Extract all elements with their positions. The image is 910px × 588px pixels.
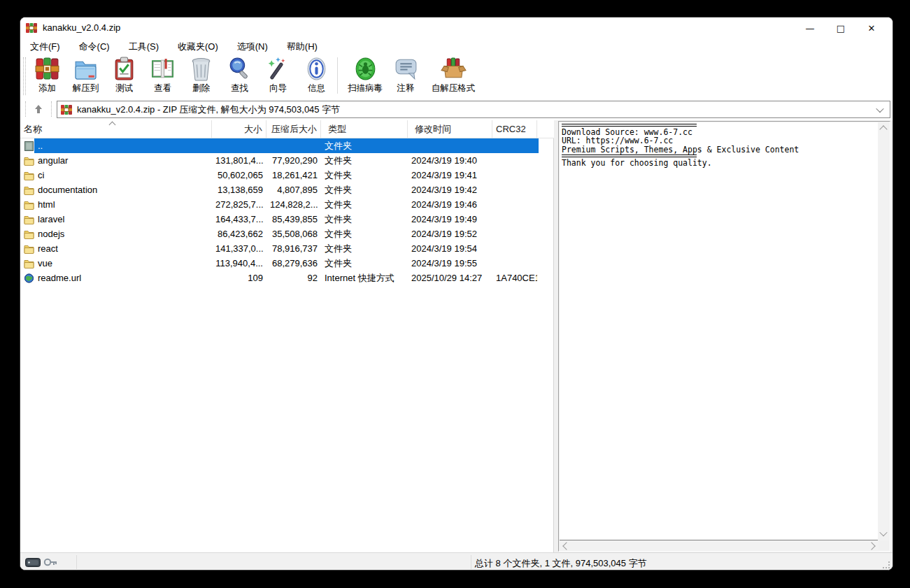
file-type-cell: 文件夹 <box>321 243 408 255</box>
info-button[interactable]: 信息 <box>297 55 336 96</box>
status-separator-left <box>76 555 77 569</box>
file-row[interactable]: react141,337,0...78,916,737文件夹2024/3/19 … <box>20 241 554 256</box>
folder-icon <box>24 244 34 254</box>
comment-vertical-scrollbar[interactable] <box>878 122 889 540</box>
folder-icon <box>24 229 34 239</box>
add-button[interactable]: 添加 <box>28 55 66 96</box>
menu-file[interactable]: 文件(F) <box>23 38 67 55</box>
menu-favorites[interactable]: 收藏夹(O) <box>171 38 225 55</box>
scan-virus-icon <box>353 56 378 82</box>
file-name-cell: .. <box>20 141 212 151</box>
scan-virus-button-label: 扫描病毒 <box>348 83 383 94</box>
menu-options[interactable]: 选项(N) <box>230 38 275 55</box>
key-icon[interactable] <box>43 557 57 567</box>
file-type-cell: 文件夹 <box>321 184 408 196</box>
file-name-cell: html <box>20 199 212 210</box>
file-row[interactable]: html272,825,7...124,828,2...文件夹2024/3/19… <box>20 197 554 212</box>
folder-icon <box>24 200 34 210</box>
maximize-button[interactable]: □ <box>825 17 856 38</box>
combobox-dropdown-icon[interactable] <box>876 105 883 113</box>
file-row[interactable]: angular131,801,4...77,920,290文件夹2024/3/1… <box>20 153 554 168</box>
sfx-button[interactable]: 自解压格式 <box>423 55 483 96</box>
column-header-packed[interactable]: 压缩后大小 <box>266 120 321 138</box>
file-list-header: 名称 大小 压缩后大小 类型 修改时间 CRC32 <box>20 120 554 138</box>
address-grip[interactable] <box>25 101 27 117</box>
status-bar: 总计 8 个文件夹, 1 文件, 974,503,045 字节 <box>20 552 893 571</box>
window-title: kanakku_v2.0.4.zip <box>43 22 120 33</box>
file-type-cell: 文件夹 <box>321 257 408 270</box>
file-name: react <box>38 243 58 254</box>
file-name-cell: nodejs <box>20 229 212 239</box>
winrar-window: kanakku_v2.0.4.zip — □ ✕ 文件(F) 命令(C) 工具(… <box>20 17 893 571</box>
delete-button[interactable]: 删除 <box>182 55 220 96</box>
file-name-cell: readme.url <box>20 273 212 283</box>
file-row[interactable]: documentation13,138,6594,807,895文件夹2024/… <box>20 182 554 197</box>
test-button[interactable]: 测试 <box>105 55 143 96</box>
view-button-label: 查看 <box>154 83 171 94</box>
column-header-crc32[interactable]: CRC32 <box>492 120 537 138</box>
file-modified-cell: 2024/3/19 19:52 <box>408 229 492 239</box>
scroll-down-icon[interactable] <box>879 529 887 536</box>
file-name-cell: react <box>20 243 212 254</box>
file-row[interactable]: readme.url10992Internet 快捷方式2025/10/29 1… <box>20 271 554 285</box>
title-bar[interactable]: kanakku_v2.0.4.zip — □ ✕ <box>20 17 893 38</box>
file-modified-cell: 2024/3/19 19:40 <box>408 155 492 166</box>
file-type-cell: 文件夹 <box>321 213 408 226</box>
column-header-size[interactable]: 大小 <box>212 120 266 138</box>
file-row[interactable]: nodejs86,423,66235,508,068文件夹2024/3/19 1… <box>20 227 554 241</box>
parent-folder-icon <box>24 141 34 151</box>
scroll-right-icon[interactable] <box>867 542 875 550</box>
address-grip-2[interactable] <box>51 101 53 117</box>
drive-icon[interactable] <box>25 558 41 567</box>
up-level-button[interactable] <box>30 101 47 117</box>
scroll-left-icon[interactable] <box>562 542 570 550</box>
file-packed-cell: 92 <box>266 273 321 283</box>
winrar-app-icon <box>26 22 37 34</box>
column-header-type[interactable]: 类型 <box>321 120 408 138</box>
scan-virus-button[interactable]: 扫描病毒 <box>342 55 388 96</box>
comment-horizontal-scrollbar[interactable] <box>560 540 879 550</box>
resize-grip[interactable] <box>883 561 890 568</box>
comment-panel[interactable]: Download Source: www.6-7.ccURL: https://… <box>558 121 890 552</box>
close-button[interactable]: ✕ <box>856 17 887 38</box>
content-area: 名称 大小 压缩后大小 类型 修改时间 CRC32 ..文件夹angular13… <box>20 120 893 552</box>
minimize-button[interactable]: — <box>795 17 825 38</box>
url-file-icon <box>24 273 34 283</box>
file-type-cell: Internet 快捷方式 <box>321 272 408 285</box>
toolbar-grip[interactable] <box>23 57 26 95</box>
wizard-button[interactable]: 向导 <box>259 55 297 96</box>
comment-button[interactable]: 注释 <box>388 55 423 96</box>
comment-rule <box>562 124 697 127</box>
file-row[interactable]: vue113,940,4...68,279,636文件夹2024/3/19 19… <box>20 256 554 271</box>
file-modified-cell: 2024/3/19 19:55 <box>408 258 492 268</box>
column-header-modified[interactable]: 修改时间 <box>408 120 492 138</box>
file-name-cell: laravel <box>20 214 212 224</box>
extract-to-button[interactable]: 解压到 <box>66 55 105 96</box>
file-packed-cell: 68,279,636 <box>266 258 321 268</box>
minimize-icon: — <box>806 23 815 34</box>
file-name: ci <box>38 170 44 180</box>
file-row[interactable]: laravel164,433,7...85,439,855文件夹2024/3/1… <box>20 212 554 227</box>
sfx-icon <box>441 56 467 82</box>
menu-tools[interactable]: 工具(S) <box>122 38 166 55</box>
comment-rule <box>562 155 697 157</box>
find-button[interactable]: 查找 <box>220 55 259 96</box>
file-row[interactable]: ..文件夹 <box>20 138 554 153</box>
file-size-cell: 113,940,4... <box>212 258 266 268</box>
menu-help[interactable]: 帮助(H) <box>280 38 325 55</box>
file-size-cell: 13,138,659 <box>212 185 266 195</box>
scroll-up-icon[interactable] <box>879 125 887 133</box>
extract-to-button-label: 解压到 <box>73 83 99 94</box>
file-name: vue <box>38 258 52 268</box>
file-packed-cell: 85,439,855 <box>266 214 321 224</box>
view-button[interactable]: 查看 <box>143 55 182 96</box>
archive-path-text: kanakku_v2.0.4.zip - ZIP 压缩文件, 解包大小为 974… <box>77 103 340 116</box>
file-size-cell: 131,801,4... <box>212 155 266 166</box>
file-type-cell: 文件夹 <box>321 169 408 182</box>
menu-commands[interactable]: 命令(C) <box>72 38 117 55</box>
file-row[interactable]: ci50,602,06518,261,421文件夹2024/3/19 19:41 <box>20 168 554 182</box>
add-button-label: 添加 <box>38 83 56 94</box>
folder-icon <box>24 185 34 195</box>
archive-path-combobox[interactable]: kanakku_v2.0.4.zip - ZIP 压缩文件, 解包大小为 974… <box>57 101 890 118</box>
column-header-name[interactable]: 名称 <box>20 120 212 138</box>
